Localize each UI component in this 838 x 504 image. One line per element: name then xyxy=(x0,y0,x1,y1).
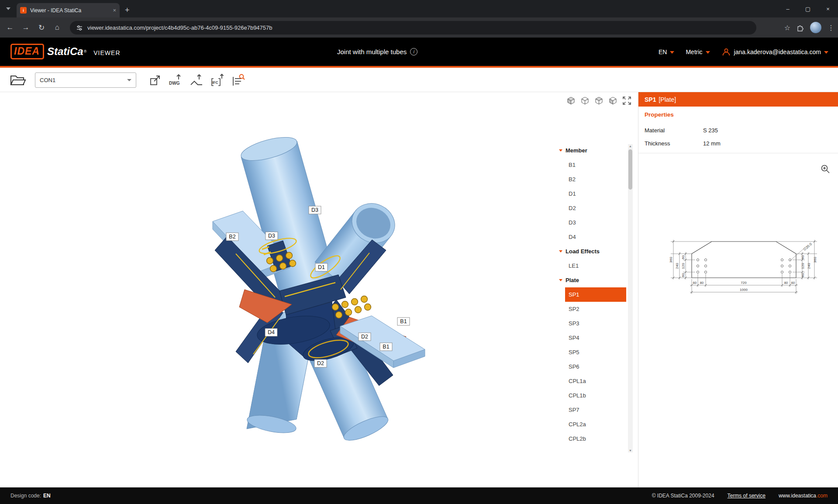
design-code-value: EN xyxy=(43,493,51,499)
export-mesh-button[interactable] xyxy=(188,72,205,89)
member-label: D3 xyxy=(266,232,278,240)
member-label: D2 xyxy=(314,359,327,367)
browser-profile-avatar[interactable] xyxy=(810,22,821,33)
tab-title: Viewer - IDEA StatiCa xyxy=(30,7,110,14)
tree-item-cpl1b[interactable]: CPL1b xyxy=(558,388,632,403)
svg-text:D3: D3 xyxy=(311,207,318,213)
svg-text:60: 60 xyxy=(693,281,697,285)
home-icon[interactable]: ⌂ xyxy=(50,17,65,38)
open-project-icon[interactable] xyxy=(10,73,26,87)
user-account-menu[interactable]: jana.kaderova@ideastatica.com xyxy=(721,47,828,57)
member-label: B1 xyxy=(380,343,392,351)
report-preview-button[interactable] xyxy=(230,72,247,89)
selected-item-name: SP1 xyxy=(645,96,656,103)
tree-item-d3[interactable]: D3 xyxy=(558,215,632,230)
forward-icon[interactable]: → xyxy=(18,17,33,38)
website-name: www.ideastatica xyxy=(779,493,816,499)
tree-item-cpl1a[interactable]: CPL1a xyxy=(558,374,632,388)
tree-section-member[interactable]: Member xyxy=(558,143,632,158)
browser-tab[interactable]: i Viewer - IDEA StatiCa × xyxy=(17,3,120,17)
properties-panel: SP1 [Plate] Properties Material S 235 Th… xyxy=(638,92,838,487)
svg-text:∅20.0: ∅20.0 xyxy=(803,242,813,252)
website-link[interactable]: www.ideastatica.com xyxy=(779,493,828,499)
chevron-down-icon xyxy=(127,79,131,81)
viewport-3d[interactable]: D3 B2 D3 D1 B1 D4 D2 B1 D2 xyxy=(0,92,638,487)
svg-text:240: 240 xyxy=(675,263,679,269)
tree-item-cpl2a[interactable]: CPL2a xyxy=(558,417,632,432)
export-dwg-button[interactable]: DWG xyxy=(167,72,183,89)
tree-item-d4[interactable]: D4 xyxy=(558,230,632,244)
export-ifc-button[interactable]: IFC xyxy=(209,72,226,89)
view-solid-icon[interactable] xyxy=(566,96,576,105)
view-section-icon[interactable] xyxy=(608,96,617,105)
browser-tab-strip: i Viewer - IDEA StatiCa × + – ▢ × xyxy=(0,0,838,17)
tree-item-cpl2b[interactable]: CPL2b xyxy=(558,432,632,446)
tree-item-sp1[interactable]: SP1 xyxy=(565,287,626,302)
member-label: B1 xyxy=(397,318,410,325)
units-selector[interactable]: Metric xyxy=(686,48,710,55)
logo-registered-mark: ® xyxy=(84,49,87,54)
tree-item-b2[interactable]: B2 xyxy=(558,172,632,186)
tree-item-d1[interactable]: D1 xyxy=(558,186,632,201)
minimize-button[interactable]: – xyxy=(778,0,798,17)
scroll-up-icon[interactable]: ▲ xyxy=(628,145,633,148)
idea-statica-logo[interactable]: IDEA StatiCa ® VIEWER xyxy=(10,44,121,59)
project-title: Joint with multiple tubes xyxy=(337,48,407,55)
svg-text:720: 720 xyxy=(741,281,747,285)
site-settings-icon[interactable] xyxy=(76,24,83,31)
view-wireframe-icon[interactable] xyxy=(594,96,603,105)
svg-text:D4: D4 xyxy=(268,329,275,335)
member-label: D4 xyxy=(265,328,277,336)
browser-menu-icon[interactable]: ⋮ xyxy=(828,24,835,32)
scroll-down-icon[interactable]: ▼ xyxy=(628,449,633,452)
close-button[interactable]: × xyxy=(818,0,838,17)
tree-item-sp3[interactable]: SP3 xyxy=(558,316,632,331)
website-tld: .com xyxy=(816,493,828,499)
svg-text:60: 60 xyxy=(791,281,795,285)
browser-navbar: ← → ↻ ⌂ viewer.ideastatica.com/project/c… xyxy=(0,17,838,38)
tree-item-sp6[interactable]: SP6 xyxy=(558,359,632,374)
back-icon[interactable]: ← xyxy=(3,17,17,38)
tree-item-sp5[interactable]: SP5 xyxy=(558,345,632,359)
language-selector[interactable]: EN xyxy=(659,48,674,55)
tree-item-d2[interactable]: D2 xyxy=(558,201,632,215)
svg-text:1000: 1000 xyxy=(740,288,748,292)
reload-icon[interactable]: ↻ xyxy=(34,17,49,38)
tree-item-sp2[interactable]: SP2 xyxy=(558,302,632,316)
share-view-button[interactable] xyxy=(147,72,163,89)
fullscreen-icon[interactable] xyxy=(622,96,631,105)
plate-drawing: 60 120 60 240 360 60 120 60 240 360 60 8… xyxy=(638,158,838,341)
connection-select[interactable]: CON1 xyxy=(35,72,136,88)
bookmark-star-icon[interactable]: ☆ xyxy=(784,24,790,32)
ifc-label: IFC xyxy=(212,80,218,85)
tree-section-plate[interactable]: Plate xyxy=(558,273,632,287)
tree-section-load-effects[interactable]: Load Effects xyxy=(558,244,632,259)
extensions-icon[interactable] xyxy=(797,24,804,31)
maximize-button[interactable]: ▢ xyxy=(798,0,818,17)
view-tools xyxy=(566,96,631,105)
model-tree: Member B1 B2 D1 D2 D3 D4 Load Effects LE… xyxy=(558,143,632,446)
url-text[interactable]: viewer.ideastatica.com/project/c4b4d95c-… xyxy=(87,24,272,31)
svg-text:B2: B2 xyxy=(229,234,235,240)
tab-close-icon[interactable]: × xyxy=(113,7,116,14)
viewer-toolbar: CON1 DWG IFC xyxy=(0,68,838,92)
url-bar[interactable]: viewer.ideastatica.com/project/c4b4d95c-… xyxy=(70,21,756,35)
window-controls: – ▢ × xyxy=(778,0,838,17)
new-tab-button[interactable]: + xyxy=(125,4,130,16)
tree-item-b1[interactable]: B1 xyxy=(558,158,632,172)
tree-item-le1[interactable]: LE1 xyxy=(558,259,632,273)
svg-text:D2: D2 xyxy=(361,334,368,340)
info-icon[interactable]: i xyxy=(410,48,417,55)
view-transparent-icon[interactable] xyxy=(580,96,590,105)
tree-scrollbar[interactable]: ▲ ▼ xyxy=(628,144,633,452)
scrollbar-thumb[interactable] xyxy=(628,149,632,190)
chevron-down-icon[interactable] xyxy=(6,7,10,10)
svg-text:80: 80 xyxy=(784,281,788,285)
tree-item-sp4[interactable]: SP4 xyxy=(558,331,632,345)
logo-statica: StatiCa xyxy=(47,45,83,58)
tree-item-sp7[interactable]: SP7 xyxy=(558,403,632,417)
design-code: Design code:EN xyxy=(10,493,51,499)
svg-text:80: 80 xyxy=(700,281,704,285)
terms-of-service-link[interactable]: Terms of service xyxy=(728,493,766,499)
thickness-label: Thickness xyxy=(645,140,670,147)
